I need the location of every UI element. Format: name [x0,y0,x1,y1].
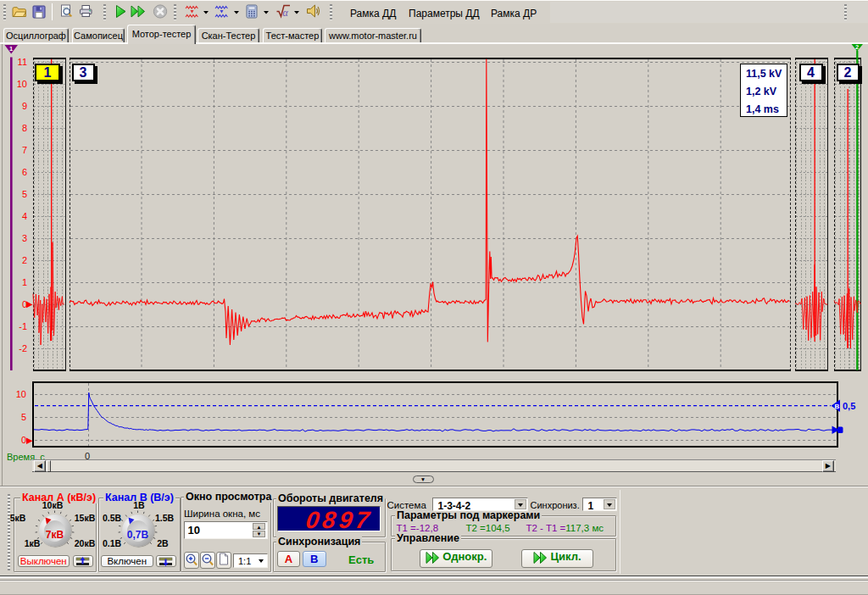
svg-text:B: B [835,403,840,410]
svg-text:2: 2 [855,43,859,51]
